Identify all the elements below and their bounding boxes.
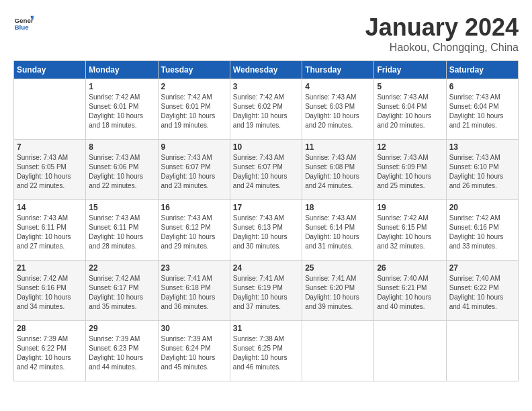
day-info: Sunrise: 7:41 AMSunset: 6:20 PMDaylight:…: [305, 274, 371, 312]
calendar-cell: 11Sunrise: 7:43 AMSunset: 6:08 PMDayligh…: [302, 140, 374, 200]
column-header-saturday: Saturday: [446, 61, 518, 79]
svg-text:Blue: Blue: [15, 24, 30, 31]
calendar-cell: 27Sunrise: 7:40 AMSunset: 6:22 PMDayligh…: [446, 261, 518, 321]
day-number: 19: [377, 203, 443, 212]
week-row-5: 28Sunrise: 7:39 AMSunset: 6:22 PMDayligh…: [14, 321, 519, 381]
day-info: Sunrise: 7:40 AMSunset: 6:22 PMDaylight:…: [449, 274, 515, 312]
day-number: 9: [161, 142, 227, 152]
day-number: 13: [449, 142, 515, 152]
calendar-cell: 5Sunrise: 7:43 AMSunset: 6:04 PMDaylight…: [374, 79, 446, 140]
day-number: 23: [161, 263, 227, 273]
column-header-sunday: Sunday: [14, 61, 86, 79]
day-number: 21: [17, 263, 83, 273]
day-info: Sunrise: 7:42 AMSunset: 6:17 PMDaylight:…: [89, 274, 154, 312]
day-info: Sunrise: 7:40 AMSunset: 6:21 PMDaylight:…: [377, 274, 443, 312]
day-number: 6: [449, 82, 515, 91]
day-info: Sunrise: 7:43 AMSunset: 6:09 PMDaylight:…: [377, 153, 443, 191]
day-number: 30: [161, 324, 227, 333]
day-number: 7: [17, 142, 83, 152]
day-number: 31: [233, 324, 299, 333]
day-info: Sunrise: 7:41 AMSunset: 6:19 PMDaylight:…: [233, 274, 299, 312]
header: General Blue January 2024 Haokou, Chongq…: [13, 13, 519, 54]
calendar-cell: 25Sunrise: 7:41 AMSunset: 6:20 PMDayligh…: [302, 261, 374, 321]
column-header-friday: Friday: [374, 61, 446, 79]
day-info: Sunrise: 7:41 AMSunset: 6:18 PMDaylight:…: [161, 274, 227, 312]
day-info: Sunrise: 7:43 AMSunset: 6:04 PMDaylight:…: [377, 93, 443, 130]
day-number: 1: [89, 82, 154, 91]
calendar-subtitle: Haokou, Chongqing, China: [365, 42, 519, 54]
calendar-cell: [14, 79, 86, 140]
week-row-2: 7Sunrise: 7:43 AMSunset: 6:05 PMDaylight…: [14, 140, 519, 200]
calendar-cell: 3Sunrise: 7:42 AMSunset: 6:02 PMDaylight…: [230, 79, 302, 140]
column-header-monday: Monday: [86, 61, 158, 79]
day-info: Sunrise: 7:43 AMSunset: 6:04 PMDaylight:…: [449, 93, 515, 130]
calendar-cell: 23Sunrise: 7:41 AMSunset: 6:18 PMDayligh…: [158, 261, 230, 321]
column-header-wednesday: Wednesday: [230, 61, 302, 79]
calendar-cell: 31Sunrise: 7:38 AMSunset: 6:25 PMDayligh…: [230, 321, 302, 381]
calendar-cell: 29Sunrise: 7:39 AMSunset: 6:23 PMDayligh…: [86, 321, 158, 381]
calendar-cell: 28Sunrise: 7:39 AMSunset: 6:22 PMDayligh…: [14, 321, 86, 381]
day-number: 3: [233, 82, 299, 91]
day-number: 28: [17, 324, 83, 333]
logo: General Blue: [13, 13, 34, 34]
calendar-cell: 22Sunrise: 7:42 AMSunset: 6:17 PMDayligh…: [86, 261, 158, 321]
day-info: Sunrise: 7:43 AMSunset: 6:10 PMDaylight:…: [449, 153, 515, 191]
day-number: 5: [377, 82, 443, 91]
week-row-3: 14Sunrise: 7:43 AMSunset: 6:11 PMDayligh…: [14, 200, 519, 261]
day-info: Sunrise: 7:42 AMSunset: 6:15 PMDaylight:…: [377, 214, 443, 251]
calendar-cell: 1Sunrise: 7:42 AMSunset: 6:01 PMDaylight…: [86, 79, 158, 140]
calendar-cell: 18Sunrise: 7:43 AMSunset: 6:14 PMDayligh…: [302, 200, 374, 261]
day-number: 2: [161, 82, 227, 91]
day-info: Sunrise: 7:43 AMSunset: 6:05 PMDaylight:…: [17, 153, 83, 191]
day-info: Sunrise: 7:39 AMSunset: 6:22 PMDaylight:…: [17, 334, 83, 372]
calendar-cell: 9Sunrise: 7:43 AMSunset: 6:07 PMDaylight…: [158, 140, 230, 200]
calendar-cell: 2Sunrise: 7:42 AMSunset: 6:01 PMDaylight…: [158, 79, 230, 140]
day-number: 25: [305, 263, 371, 273]
calendar-cell: 13Sunrise: 7:43 AMSunset: 6:10 PMDayligh…: [446, 140, 518, 200]
logo-icon: General Blue: [13, 13, 34, 34]
day-info: Sunrise: 7:43 AMSunset: 6:03 PMDaylight:…: [305, 93, 371, 130]
day-number: 16: [161, 203, 227, 212]
day-number: 10: [233, 142, 299, 152]
calendar-cell: 10Sunrise: 7:43 AMSunset: 6:07 PMDayligh…: [230, 140, 302, 200]
day-info: Sunrise: 7:43 AMSunset: 6:13 PMDaylight:…: [233, 214, 299, 251]
calendar-cell: 6Sunrise: 7:43 AMSunset: 6:04 PMDaylight…: [446, 79, 518, 140]
calendar-cell: 15Sunrise: 7:43 AMSunset: 6:11 PMDayligh…: [86, 200, 158, 261]
calendar-cell: [374, 321, 446, 381]
day-info: Sunrise: 7:42 AMSunset: 6:01 PMDaylight:…: [161, 93, 227, 130]
calendar-cell: 17Sunrise: 7:43 AMSunset: 6:13 PMDayligh…: [230, 200, 302, 261]
calendar-cell: [446, 321, 518, 381]
day-info: Sunrise: 7:42 AMSunset: 6:16 PMDaylight:…: [449, 214, 515, 251]
header-row: SundayMondayTuesdayWednesdayThursdayFrid…: [14, 61, 519, 79]
day-info: Sunrise: 7:42 AMSunset: 6:16 PMDaylight:…: [17, 274, 83, 312]
calendar-cell: 26Sunrise: 7:40 AMSunset: 6:21 PMDayligh…: [374, 261, 446, 321]
week-row-4: 21Sunrise: 7:42 AMSunset: 6:16 PMDayligh…: [14, 261, 519, 321]
calendar-cell: 16Sunrise: 7:43 AMSunset: 6:12 PMDayligh…: [158, 200, 230, 261]
calendar-table: SundayMondayTuesdayWednesdayThursdayFrid…: [13, 60, 519, 381]
day-number: 4: [305, 82, 371, 91]
day-number: 14: [17, 203, 83, 212]
calendar-cell: 21Sunrise: 7:42 AMSunset: 6:16 PMDayligh…: [14, 261, 86, 321]
day-number: 29: [89, 324, 154, 333]
day-info: Sunrise: 7:43 AMSunset: 6:07 PMDaylight:…: [161, 153, 227, 191]
day-number: 20: [449, 203, 515, 212]
calendar-cell: 20Sunrise: 7:42 AMSunset: 6:16 PMDayligh…: [446, 200, 518, 261]
day-info: Sunrise: 7:38 AMSunset: 6:25 PMDaylight:…: [233, 334, 299, 372]
calendar-cell: 19Sunrise: 7:42 AMSunset: 6:15 PMDayligh…: [374, 200, 446, 261]
calendar-cell: 4Sunrise: 7:43 AMSunset: 6:03 PMDaylight…: [302, 79, 374, 140]
day-number: 12: [377, 142, 443, 152]
day-info: Sunrise: 7:39 AMSunset: 6:24 PMDaylight:…: [161, 334, 227, 372]
day-number: 17: [233, 203, 299, 212]
title-area: January 2024 Haokou, Chongqing, China: [365, 13, 519, 54]
week-row-1: 1Sunrise: 7:42 AMSunset: 6:01 PMDaylight…: [14, 79, 519, 140]
day-info: Sunrise: 7:43 AMSunset: 6:06 PMDaylight:…: [89, 153, 154, 191]
day-info: Sunrise: 7:43 AMSunset: 6:11 PMDaylight:…: [17, 214, 83, 251]
day-info: Sunrise: 7:42 AMSunset: 6:02 PMDaylight:…: [233, 93, 299, 130]
day-number: 18: [305, 203, 371, 212]
calendar-cell: 12Sunrise: 7:43 AMSunset: 6:09 PMDayligh…: [374, 140, 446, 200]
day-info: Sunrise: 7:43 AMSunset: 6:11 PMDaylight:…: [89, 214, 154, 251]
day-info: Sunrise: 7:39 AMSunset: 6:23 PMDaylight:…: [89, 334, 154, 372]
calendar-cell: 30Sunrise: 7:39 AMSunset: 6:24 PMDayligh…: [158, 321, 230, 381]
day-number: 24: [233, 263, 299, 273]
calendar-cell: [302, 321, 374, 381]
